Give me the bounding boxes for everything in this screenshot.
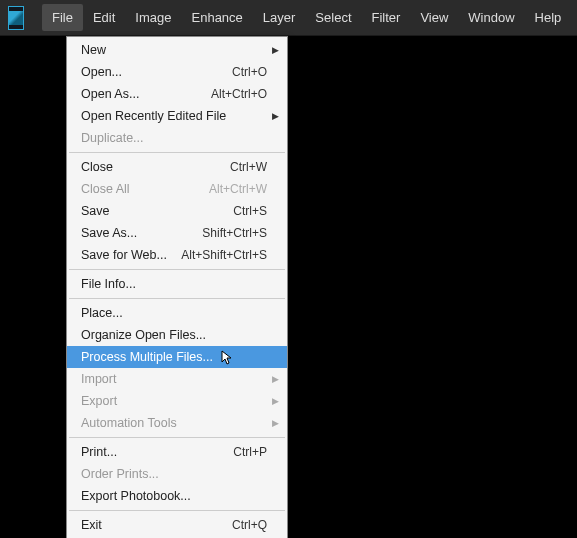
menuitem-open-as[interactable]: Open As...Alt+Ctrl+O (67, 83, 287, 105)
menuitem-label: Save (81, 204, 233, 218)
menuitem-process-multiple-files[interactable]: Process Multiple Files... (67, 346, 287, 368)
menu-file[interactable]: File (42, 4, 83, 31)
menu-separator (69, 152, 285, 153)
menuitem-open[interactable]: Open...Ctrl+O (67, 61, 287, 83)
menuitem-shortcut: Alt+Ctrl+W (209, 182, 267, 196)
menu-separator (69, 510, 285, 511)
menuitem-organize-open-files[interactable]: Organize Open Files... (67, 324, 287, 346)
menuitem-label: Order Prints... (81, 467, 267, 481)
menuitem-print[interactable]: Print...Ctrl+P (67, 441, 287, 463)
menu-image[interactable]: Image (125, 4, 181, 31)
menuitem-exit[interactable]: ExitCtrl+Q (67, 514, 287, 536)
menu-enhance[interactable]: Enhance (182, 4, 253, 31)
menuitem-label: Export Photobook... (81, 489, 267, 503)
submenu-arrow-icon: ▶ (272, 111, 279, 121)
menuitem-automation-tools: Automation Tools▶ (67, 412, 287, 434)
menuitem-label: Print... (81, 445, 233, 459)
menuitem-label: File Info... (81, 277, 267, 291)
menuitem-label: Duplicate... (81, 131, 267, 145)
submenu-arrow-icon: ▶ (272, 418, 279, 428)
menuitem-label: Close All (81, 182, 209, 196)
app-icon-inner (9, 11, 23, 25)
menu-separator (69, 298, 285, 299)
menuitem-label: Save for Web... (81, 248, 181, 262)
menuitem-shortcut: Alt+Shift+Ctrl+S (181, 248, 267, 262)
menuitem-file-info[interactable]: File Info... (67, 273, 287, 295)
menu-separator (69, 269, 285, 270)
menuitem-place[interactable]: Place... (67, 302, 287, 324)
menu-window[interactable]: Window (458, 4, 524, 31)
menuitem-shortcut: Alt+Ctrl+O (211, 87, 267, 101)
menuitem-order-prints: Order Prints... (67, 463, 287, 485)
menuitem-label: Save As... (81, 226, 202, 240)
menuitem-save-for-web[interactable]: Save for Web...Alt+Shift+Ctrl+S (67, 244, 287, 266)
menuitem-new[interactable]: New▶ (67, 39, 287, 61)
menuitem-label: New (81, 43, 267, 57)
menu-filter[interactable]: Filter (362, 4, 411, 31)
menuitem-close[interactable]: CloseCtrl+W (67, 156, 287, 178)
menuitem-label: Close (81, 160, 230, 174)
file-dropdown: New▶Open...Ctrl+OOpen As...Alt+Ctrl+OOpe… (66, 36, 288, 538)
menuitem-label: Exit (81, 518, 232, 532)
menuitem-label: Open As... (81, 87, 211, 101)
menuitem-save-as[interactable]: Save As...Shift+Ctrl+S (67, 222, 287, 244)
menuitem-import: Import▶ (67, 368, 287, 390)
menuitem-open-recently-edited-file[interactable]: Open Recently Edited File▶ (67, 105, 287, 127)
menu-edit[interactable]: Edit (83, 4, 125, 31)
menuitem-shortcut: Shift+Ctrl+S (202, 226, 267, 240)
menu-select[interactable]: Select (305, 4, 361, 31)
menuitem-shortcut: Ctrl+Q (232, 518, 267, 532)
menuitem-export-photobook[interactable]: Export Photobook... (67, 485, 287, 507)
menuitem-duplicate: Duplicate... (67, 127, 287, 149)
menuitem-label: Import (81, 372, 267, 386)
menuitem-shortcut: Ctrl+O (232, 65, 267, 79)
menuitem-shortcut: Ctrl+W (230, 160, 267, 174)
menuitem-label: Export (81, 394, 267, 408)
submenu-arrow-icon: ▶ (272, 45, 279, 55)
menuitem-label: Process Multiple Files... (81, 350, 267, 364)
menubar: FileEditImageEnhanceLayerSelectFilterVie… (0, 0, 577, 36)
menuitem-label: Open Recently Edited File (81, 109, 267, 123)
menu-layer[interactable]: Layer (253, 4, 306, 31)
menu-separator (69, 437, 285, 438)
menuitem-save[interactable]: SaveCtrl+S (67, 200, 287, 222)
menuitem-label: Place... (81, 306, 267, 320)
menu-help[interactable]: Help (525, 4, 572, 31)
menuitem-label: Open... (81, 65, 232, 79)
app-icon[interactable] (8, 6, 24, 30)
submenu-arrow-icon: ▶ (272, 374, 279, 384)
menuitem-shortcut: Ctrl+S (233, 204, 267, 218)
menuitem-close-all: Close AllAlt+Ctrl+W (67, 178, 287, 200)
menuitem-label: Organize Open Files... (81, 328, 267, 342)
menuitem-export: Export▶ (67, 390, 287, 412)
menu-view[interactable]: View (410, 4, 458, 31)
menuitem-shortcut: Ctrl+P (233, 445, 267, 459)
submenu-arrow-icon: ▶ (272, 396, 279, 406)
menuitem-label: Automation Tools (81, 416, 267, 430)
